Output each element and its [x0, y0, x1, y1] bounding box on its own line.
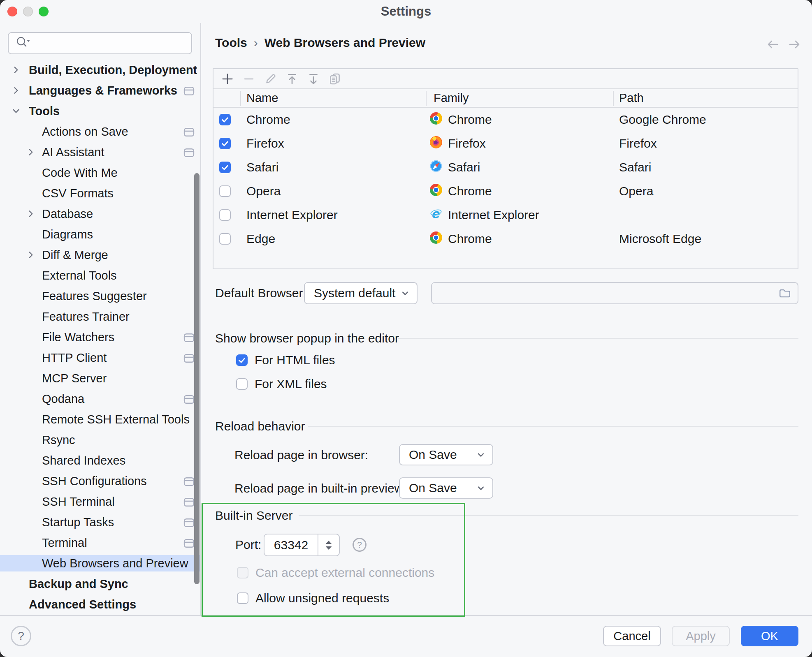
sidebar-item-ssh-terminal[interactable]: SSH Terminal — [0, 493, 200, 510]
help-label: ? — [18, 629, 24, 643]
sidebar-item-remote-ssh-external-tools[interactable]: Remote SSH External Tools — [0, 411, 200, 428]
sidebar-item-diff-merge[interactable]: Diff & Merge — [0, 247, 200, 263]
browser-family-cell: Safari — [430, 155, 480, 179]
reload-row-label: Reload page in browser: — [234, 447, 368, 463]
move-down-button[interactable] — [306, 72, 321, 86]
cancel-button[interactable]: Cancel — [603, 626, 661, 646]
sidebar-item-tools[interactable]: Tools — [0, 103, 200, 119]
stepper-arrows-icon[interactable] — [321, 537, 336, 553]
checkbox[interactable] — [237, 567, 248, 578]
row-checkbox[interactable] — [219, 185, 231, 197]
checkbox-option-for-html-files[interactable]: For HTML files — [236, 353, 335, 367]
apply-button[interactable]: Apply — [672, 626, 730, 646]
settings-sync-icon — [183, 86, 195, 99]
chevron-right-icon[interactable] — [26, 250, 35, 263]
sidebar-item-database[interactable]: Database — [0, 206, 200, 222]
row-checkbox[interactable] — [219, 209, 231, 221]
checkbox[interactable] — [236, 378, 248, 390]
column-header-family[interactable]: Family — [434, 89, 469, 107]
search-input[interactable] — [8, 32, 192, 54]
sidebar-item-build-execution-deployment[interactable]: Build, Execution, Deployment — [0, 62, 200, 78]
table-header: Name Family Path — [213, 88, 798, 108]
default-browser-select[interactable]: System default — [304, 282, 418, 304]
port-value[interactable]: 63342 — [264, 534, 318, 555]
sidebar-item-mcp-server[interactable]: MCP Server — [0, 370, 200, 386]
sidebar-item-backup-and-sync[interactable]: Backup and Sync — [0, 576, 200, 592]
sidebar-item-http-client[interactable]: HTTP Client — [0, 349, 200, 366]
chevron-down-icon[interactable] — [12, 106, 21, 119]
sidebar-item-advanced-settings[interactable]: Advanced Settings — [0, 596, 200, 613]
window-title: Settings — [0, 4, 812, 19]
checkbox-option-allow-unsigned-requests[interactable]: Allow unsigned requests — [237, 591, 389, 605]
sidebar-item-label: Code With Me — [42, 166, 118, 180]
forward-button[interactable] — [786, 37, 804, 53]
sidebar-item-features-trainer[interactable]: Features Trainer — [0, 308, 200, 325]
chevron-right-icon[interactable] — [26, 147, 35, 160]
sidebar-item-terminal[interactable]: Terminal — [0, 534, 200, 551]
column-header-path[interactable]: Path — [619, 89, 644, 107]
sidebar-item-web-browsers-and-preview[interactable]: Web Browsers and Preview — [0, 555, 200, 571]
checkbox-option-for-xml-files[interactable]: For XML files — [236, 377, 327, 391]
sidebar-item-code-with-me[interactable]: Code With Me — [0, 164, 200, 181]
sidebar-item-startup-tasks[interactable]: Startup Tasks — [0, 514, 200, 530]
sidebar-item-label: Build, Execution, Deployment — [29, 63, 197, 77]
sidebar-item-shared-indexes[interactable]: Shared Indexes — [0, 452, 200, 469]
server-section-title: Built-in Server — [215, 507, 292, 524]
sidebar-item-external-tools[interactable]: External Tools — [0, 267, 200, 284]
row-checkbox[interactable] — [219, 233, 231, 245]
chevron-right-icon[interactable] — [26, 208, 35, 222]
family-label: Chrome — [448, 232, 492, 246]
table-row[interactable]: EdgeChromeMicrosoft Edge — [213, 227, 798, 251]
browser-path-cell: Microsoft Edge — [619, 227, 701, 251]
reload-select-1[interactable]: On Save — [399, 444, 493, 465]
sidebar-item-actions-on-save[interactable]: Actions on Save — [0, 123, 200, 140]
remove-button[interactable] — [241, 72, 256, 86]
sidebar-item-csv-formats[interactable]: CSV Formats — [0, 185, 200, 201]
folder-icon[interactable] — [778, 287, 792, 299]
sidebar-item-label: Remote SSH External Tools — [42, 413, 190, 426]
row-checkbox[interactable] — [219, 114, 231, 125]
port-help-icon[interactable]: ? — [353, 538, 367, 552]
sidebar-item-qodana[interactable]: Qodana — [0, 391, 200, 407]
breadcrumb-tools[interactable]: Tools — [215, 36, 247, 50]
table-row[interactable]: OperaChromeOpera — [213, 179, 798, 203]
back-button[interactable] — [763, 37, 782, 53]
sidebar-item-diagrams[interactable]: Diagrams — [0, 226, 200, 243]
browser-path-field[interactable] — [431, 282, 798, 304]
checkbox-option-can-accept-external-connections[interactable]: Can accept external connections — [237, 566, 434, 580]
table-row[interactable]: ChromeChromeGoogle Chrome — [213, 108, 798, 132]
sidebar-item-rsync[interactable]: Rsync — [0, 432, 200, 448]
browsers-table: Name Family Path ChromeChromeGoogle Chro… — [213, 68, 798, 269]
table-row[interactable]: Internet ExplorereInternet Explorer — [213, 203, 798, 227]
add-button[interactable] — [220, 72, 235, 86]
sidebar-item-ssh-configurations[interactable]: SSH Configurations — [0, 473, 200, 489]
port-label: Port: — [235, 537, 261, 553]
chevron-right-icon[interactable] — [12, 85, 21, 99]
sidebar-scrollbar[interactable] — [194, 173, 200, 584]
table-row[interactable]: SafariSafariSafari — [213, 155, 798, 179]
row-checkbox[interactable] — [219, 138, 231, 149]
checkbox[interactable] — [237, 592, 248, 604]
sidebar-item-languages-frameworks[interactable]: Languages & Frameworks — [0, 82, 200, 99]
table-row[interactable]: FirefoxFirefoxFirefox — [213, 132, 798, 155]
help-button[interactable]: ? — [11, 626, 31, 646]
copy-button[interactable] — [327, 72, 342, 86]
port-stepper[interactable]: 63342 — [264, 534, 340, 556]
reload-select-2[interactable]: On Save — [399, 477, 493, 499]
sidebar-item-label: Qodana — [42, 392, 84, 406]
row-checkbox[interactable] — [219, 162, 231, 173]
checkbox[interactable] — [236, 354, 248, 366]
settings-sync-icon — [183, 127, 195, 140]
column-header-name[interactable]: Name — [246, 89, 278, 107]
edit-button[interactable] — [263, 72, 278, 86]
sidebar-item-ai-assistant[interactable]: AI Assistant — [0, 144, 200, 160]
move-up-button[interactable] — [285, 72, 299, 86]
sidebar-item-features-suggester[interactable]: Features Suggester — [0, 288, 200, 304]
browser-family-cell: Chrome — [430, 108, 492, 132]
ok-label: OK — [761, 629, 778, 643]
ok-button[interactable]: OK — [741, 626, 798, 646]
browser-name-cell: Opera — [246, 179, 281, 203]
chevron-right-icon[interactable] — [12, 65, 21, 78]
sidebar-item-file-watchers[interactable]: File Watchers — [0, 329, 200, 345]
reload-select-value: On Save — [409, 481, 457, 495]
